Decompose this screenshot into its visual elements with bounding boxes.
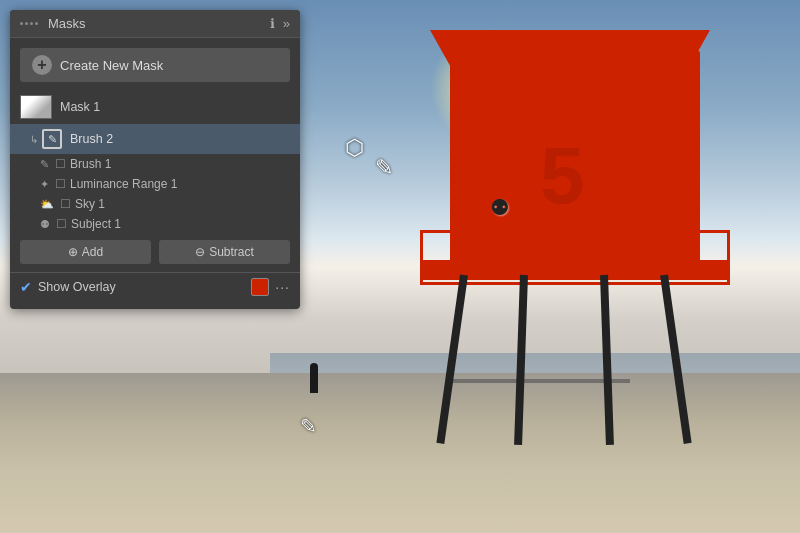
panel-title-group: Masks (20, 16, 270, 31)
info-icon[interactable]: ℹ (270, 16, 275, 31)
overlay-checkbox[interactable]: ✔ (20, 279, 32, 295)
expand-icon[interactable]: » (283, 16, 290, 31)
luminance-range-item[interactable]: ✦ ☐ Luminance Range 1 (10, 174, 300, 194)
panel-title: Masks (48, 16, 86, 31)
subject-icon: ⚉ (40, 218, 50, 231)
sky-checkbox-icon: ☐ (60, 197, 71, 211)
panel-header-icons: ℹ » (270, 16, 290, 31)
brush2-name: Brush 2 (70, 132, 113, 146)
brush2-icon: ✎ (42, 129, 62, 149)
luminance-range-name: Luminance Range 1 (70, 177, 177, 191)
luminance-checkbox-icon: ☐ (55, 177, 66, 191)
panel-header: Masks ℹ » (10, 10, 300, 38)
brush1-item[interactable]: ✎ ☐ Brush 1 (10, 154, 300, 174)
show-overlay-row: ✔ Show Overlay ··· (10, 272, 300, 301)
person-silhouette (310, 363, 318, 393)
subtract-icon: ⊖ (195, 245, 205, 259)
action-buttons: ⊕ Add ⊖ Subtract (10, 234, 300, 270)
mask1-name: Mask 1 (60, 100, 290, 114)
luminance-icon: ✦ (40, 178, 49, 191)
brush1-icon: ✎ (40, 158, 49, 171)
brush2-item[interactable]: ↳ ✎ Brush 2 (10, 124, 300, 154)
brush1-checkbox-icon: ☐ (55, 157, 66, 171)
tower-leg (660, 274, 692, 443)
plus-icon: + (32, 55, 52, 75)
lifeguard-tower: 5 (400, 30, 740, 450)
add-icon: ⊕ (68, 245, 78, 259)
tower-leg (514, 275, 528, 445)
more-options-icon[interactable]: ··· (275, 279, 290, 295)
sky-icon: ⛅ (40, 198, 54, 211)
overlay-color-swatch[interactable] (251, 278, 269, 296)
sky1-item[interactable]: ⛅ ☐ Sky 1 (10, 194, 300, 214)
add-button[interactable]: ⊕ Add (20, 240, 151, 264)
tower-number: 5 (540, 130, 585, 222)
masks-panel: Masks ℹ » + Create New Mask Mask 1 ↳ ✎ B… (10, 10, 300, 309)
create-mask-label: Create New Mask (60, 58, 163, 73)
subject1-item[interactable]: ⚉ ☐ Subject 1 (10, 214, 300, 234)
brush1-name: Brush 1 (70, 157, 111, 171)
add-label: Add (82, 245, 103, 259)
subtract-label: Subtract (209, 245, 254, 259)
tower-leg (600, 275, 614, 445)
overlay-label: Show Overlay (38, 280, 245, 294)
subject1-name: Subject 1 (71, 217, 121, 231)
subject-checkbox-icon: ☐ (56, 217, 67, 231)
subtract-button[interactable]: ⊖ Subtract (159, 240, 290, 264)
create-mask-button[interactable]: + Create New Mask (20, 48, 290, 82)
sky1-name: Sky 1 (75, 197, 105, 211)
panel-drag-handle (20, 22, 38, 25)
mask1-thumbnail (20, 95, 52, 119)
tower-leg (436, 274, 468, 443)
expand-arrow-icon: ↳ (30, 134, 38, 145)
mask1-item[interactable]: Mask 1 (10, 90, 300, 124)
tower-legs (400, 275, 740, 455)
